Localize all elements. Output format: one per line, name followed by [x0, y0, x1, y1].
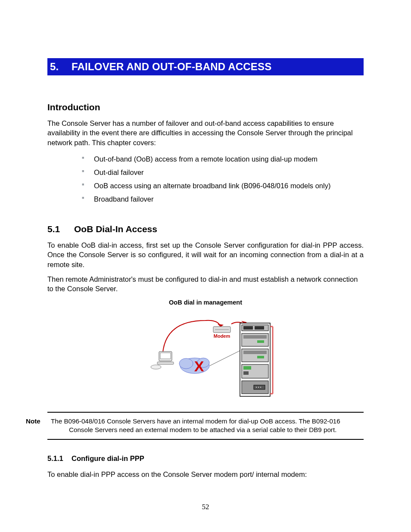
chapter-number: 5.	[50, 61, 72, 73]
svg-point-5	[151, 365, 161, 369]
note-box: NoteThe B096-048/016 Console Servers hav…	[47, 412, 364, 440]
svg-rect-20	[243, 351, 267, 354]
list-item: Broadband failover	[47, 193, 364, 206]
section-5-1-para-2: Then remote Administrator's must be conf…	[47, 274, 364, 294]
subsection-number: 5.1.1	[47, 454, 72, 463]
bullet-text: Broadband failover	[94, 195, 154, 203]
svg-rect-23	[243, 366, 251, 370]
section-5-1-para-1: To enable OoB dial-in access, first set …	[47, 240, 364, 269]
diagram-container: OoB dial in management Modem	[47, 299, 364, 404]
intro-bullet-list: Out-of-band (OoB) access from a remote l…	[47, 152, 364, 206]
svg-line-11	[210, 351, 240, 366]
section-title: OoB Dial-In Access	[74, 224, 157, 234]
note-label: Note	[47, 417, 51, 426]
svg-rect-18	[257, 340, 264, 343]
computer-icon	[151, 352, 174, 369]
svg-rect-24	[243, 371, 249, 375]
section-5-1-1-para: To enable dial-in PPP access on the Cons…	[47, 470, 364, 479]
blocked-x-icon: X	[194, 358, 204, 374]
page-number: 52	[0, 503, 411, 511]
svg-rect-21	[257, 356, 264, 358]
modem-icon	[213, 327, 230, 333]
svg-rect-4	[157, 362, 174, 364]
bullet-text: Out-dial failover	[94, 168, 144, 176]
chapter-title: FAILOVER AND OUT-OF-BAND ACCESS	[72, 61, 271, 72]
intro-paragraph: The Console Server has a number of failo…	[47, 118, 364, 147]
bullet-text: Out-of-band (OoB) access from a remote l…	[94, 155, 318, 163]
list-item: OoB access using an alternate broadband …	[47, 179, 364, 193]
svg-rect-26	[254, 385, 265, 389]
intro-heading: Introduction	[47, 102, 364, 112]
svg-point-29	[260, 386, 261, 387]
modem-label: Modem	[214, 333, 230, 339]
document-page: 5.FAILOVER AND OUT-OF-BAND ACCESS Introd…	[0, 0, 411, 532]
svg-rect-14	[243, 326, 253, 330]
network-diagram: Modem X	[137, 308, 274, 402]
section-5-1-heading: 5.1OoB Dial-In Access	[47, 224, 364, 234]
section-5-1-1-heading: 5.1.1Configure dial-in PPP	[47, 454, 364, 463]
diagram-title: OoB dial in management	[47, 299, 364, 306]
subsection-title: Configure dial-in PPP	[72, 454, 144, 462]
list-item: Out-dial failover	[47, 166, 364, 179]
svg-rect-17	[243, 335, 267, 339]
note-text: The B096-048/016 Console Servers have an…	[51, 417, 340, 434]
svg-rect-3	[160, 353, 171, 359]
server-rack-icon	[240, 323, 273, 396]
chapter-heading: 5.FAILOVER AND OUT-OF-BAND ACCESS	[47, 58, 364, 75]
bullet-text: OoB access using an alternate broadband …	[94, 182, 330, 190]
svg-point-9	[179, 358, 193, 369]
note-content: NoteThe B096-048/016 Console Servers hav…	[47, 417, 364, 435]
svg-rect-15	[255, 326, 264, 330]
svg-point-28	[258, 386, 259, 387]
svg-point-27	[256, 386, 257, 387]
list-item: Out-of-band (OoB) access from a remote l…	[47, 152, 364, 166]
section-number: 5.1	[47, 224, 74, 234]
